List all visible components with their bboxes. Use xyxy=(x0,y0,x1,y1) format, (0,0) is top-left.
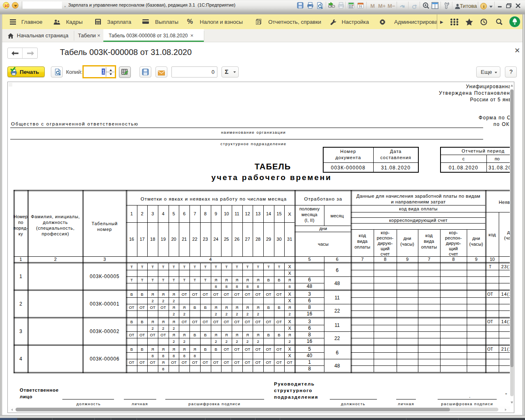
svg-text:Я: Я xyxy=(225,305,228,310)
svg-text:дирую-: дирую- xyxy=(446,241,461,246)
svg-text:21: 21 xyxy=(182,237,187,242)
svg-text:8: 8 xyxy=(183,354,185,358)
svg-text:6: 6 xyxy=(308,298,311,304)
svg-text:25: 25 xyxy=(224,237,229,242)
svg-text:кор-: кор- xyxy=(381,230,390,235)
svg-text:ОТ: ОТ xyxy=(245,320,250,324)
svg-text:Я: Я xyxy=(246,305,249,310)
svg-text:ОТ: ОТ xyxy=(255,347,260,352)
svg-text:Руководитель: Руководитель xyxy=(274,381,315,386)
svg-text:2: 2 xyxy=(54,257,57,262)
svg-text:10: 10 xyxy=(490,257,495,262)
svg-text:В: В xyxy=(194,333,196,337)
svg-text:Т: Т xyxy=(236,265,238,269)
svg-text:X: X xyxy=(288,319,291,324)
svg-text:Отметки о явках и неявках на р: Отметки о явках и неявках на работу по ч… xyxy=(141,196,287,201)
svg-text:8: 8 xyxy=(257,284,259,289)
svg-text:ОТ: ОТ xyxy=(150,305,155,310)
svg-text:код: код xyxy=(359,233,366,238)
svg-text:ОТ: ОТ xyxy=(276,320,282,324)
svg-text:Я: Я xyxy=(162,320,164,324)
svg-text:2: 2 xyxy=(173,339,175,344)
svg-text:17: 17 xyxy=(139,237,144,242)
svg-text:ОТ: ОТ xyxy=(245,360,250,365)
svg-text:вида: вида xyxy=(424,239,434,244)
svg-text:ОТ: ОТ xyxy=(150,360,155,365)
svg-text:расшифровка подписи: расшифровка подписи xyxy=(189,402,241,406)
svg-text:ОТ: ОТ xyxy=(255,320,260,324)
svg-text:Я: Я xyxy=(215,333,217,337)
svg-text:Форма по ОКУД: Форма по ОКУД xyxy=(479,115,510,121)
svg-text:поряд-: поряд- xyxy=(14,226,28,231)
svg-text:наименование организации: наименование организации xyxy=(221,130,286,135)
svg-text:Дата: Дата xyxy=(390,149,402,154)
svg-text:с: с xyxy=(462,156,465,161)
svg-text:код: код xyxy=(425,233,433,238)
svg-text:3: 3 xyxy=(103,257,106,262)
svg-text:должность: должность xyxy=(43,220,68,225)
svg-text:3: 3 xyxy=(308,291,311,297)
svg-text:Т: Т xyxy=(267,265,270,269)
svg-text:Фамилия, инициалы,: Фамилия, инициалы, xyxy=(31,214,80,219)
svg-text:6: 6 xyxy=(336,267,339,273)
svg-text:31.08.2020: 31.08.2020 xyxy=(488,165,510,171)
svg-text:8: 8 xyxy=(289,284,291,289)
svg-text:В: В xyxy=(267,278,270,282)
svg-text:корреспондирующий счет: корреспондирующий счет xyxy=(389,218,448,223)
svg-text:11: 11 xyxy=(335,322,340,328)
svg-text:ОТ: ОТ xyxy=(487,320,493,324)
svg-text:8: 8 xyxy=(194,354,196,358)
svg-text:Я: Я xyxy=(246,333,249,337)
svg-text:14(112): 14(112) xyxy=(501,292,510,297)
svg-text:9: 9 xyxy=(215,211,217,216)
svg-text:Отработано за: Отработано за xyxy=(304,196,342,201)
svg-text:": " xyxy=(505,393,507,397)
svg-text:должность: должность xyxy=(76,402,101,406)
svg-text:24: 24 xyxy=(213,237,218,242)
svg-text:В: В xyxy=(204,347,206,352)
svg-text:месяца: месяца xyxy=(301,212,317,217)
svg-text:дирую-: дирую- xyxy=(377,241,393,246)
svg-text:Я: Я xyxy=(183,347,186,352)
svg-text:4: 4 xyxy=(209,257,212,262)
svg-text:учета рабочего времени: учета рабочего времени xyxy=(211,173,331,182)
svg-text:Я: Я xyxy=(151,347,154,352)
svg-text:10: 10 xyxy=(224,211,229,216)
svg-text:месяц: месяц xyxy=(331,213,344,218)
svg-text:половину: половину xyxy=(299,206,320,211)
svg-text:ОТ: ОТ xyxy=(266,347,271,352)
svg-text:России от 5 января 2004 г. № 1: России от 5 января 2004 г. № 1 xyxy=(470,97,510,103)
svg-text:Я: Я xyxy=(183,333,186,337)
svg-text:ОТ: ОТ xyxy=(150,333,155,337)
svg-text:ОТ: ОТ xyxy=(139,333,145,337)
svg-text:составления: составления xyxy=(380,155,411,160)
svg-text:ОТ: ОТ xyxy=(234,292,240,297)
svg-text:В: В xyxy=(267,305,270,310)
svg-text:Я: Я xyxy=(172,347,175,352)
svg-text:код вида оплаты: код вида оплаты xyxy=(399,206,438,211)
svg-text:ОТ: ОТ xyxy=(487,292,493,297)
svg-text:личная: личная xyxy=(132,402,148,406)
svg-text:ОТ: ОТ xyxy=(224,292,229,297)
svg-text:48: 48 xyxy=(307,283,313,289)
svg-text:Я: Я xyxy=(151,320,154,324)
svg-text:Отчетный период: Отчетный период xyxy=(462,148,505,153)
svg-text:29: 29 xyxy=(266,237,271,242)
svg-text:2: 2 xyxy=(289,339,291,344)
svg-text:7: 7 xyxy=(361,257,363,262)
svg-text:9: 9 xyxy=(475,257,477,262)
svg-text:по: по xyxy=(495,156,500,161)
svg-text:профессия): профессия) xyxy=(41,231,69,236)
svg-text:18: 18 xyxy=(150,237,155,242)
svg-text:ОТ: ОТ xyxy=(487,347,493,352)
svg-text:кор-: кор- xyxy=(449,230,458,235)
svg-text:Т: Т xyxy=(204,265,207,269)
svg-text:Т: Т xyxy=(173,265,175,269)
svg-text:1: 1 xyxy=(130,211,133,216)
svg-text:ОТ: ОТ xyxy=(203,320,208,324)
svg-text:ОТ: ОТ xyxy=(213,320,219,324)
svg-text:код: код xyxy=(488,232,496,237)
svg-text:31.08.2020: 31.08.2020 xyxy=(381,165,411,171)
svg-text:16: 16 xyxy=(129,237,134,242)
svg-text:Я: Я xyxy=(225,278,228,282)
